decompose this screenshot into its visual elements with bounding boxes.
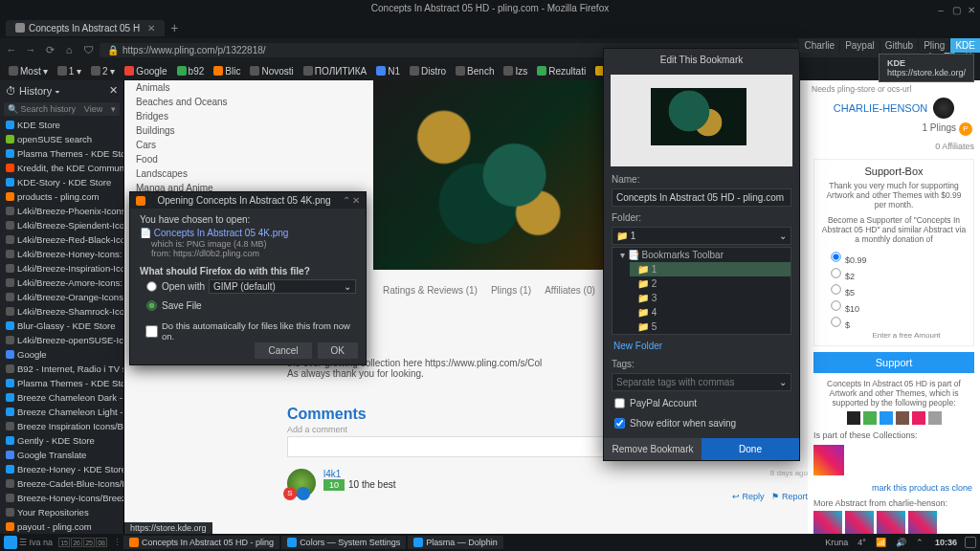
paypal-checkbox[interactable]: PayPal Account [604,393,799,413]
maximize-icon[interactable]: ▢ [951,2,961,11]
history-item[interactable]: Blur-Glassy - KDE Store [0,319,123,333]
bookmark-item[interactable]: Google [122,66,169,77]
taskbar-task[interactable]: Plasma — Dolphin [408,536,503,549]
history-item[interactable]: L4ki/Breeze-Inspiration-Icons [0,261,123,276]
history-item[interactable]: Your Repositories [0,505,123,519]
history-item[interactable]: Breeze-Honey-Icons/Breeze-H [0,491,123,505]
tree-item[interactable]: ▾ 📑 Bookmarks Toolbar [612,248,791,262]
supporter-icon[interactable] [880,411,893,425]
tray-volume-icon[interactable]: 🔊 [896,538,906,547]
clock[interactable]: 10:36 [935,538,957,547]
history-item[interactable]: Google [0,347,123,362]
app-select[interactable]: GIMP (default)⌄ [209,279,356,294]
history-item[interactable]: L4ki/Breeze-Spiendent-Icons: [0,218,123,232]
history-item[interactable]: Breeze-Cadet-Blue-Icons/Bree [0,476,123,491]
new-folder-link[interactable]: New Folder [604,337,799,355]
folder-select[interactable]: 📁 1⌄ [612,227,791,245]
bookmark-item[interactable]: Izs [501,66,530,77]
history-item[interactable]: Gently - KDE Store [0,433,123,448]
bookmark-item[interactable]: Novosti [247,66,296,77]
amount-option[interactable]: $ [820,315,968,331]
history-item[interactable]: KDE-Story - KDE Store [0,175,123,189]
history-item[interactable]: KDE Store [0,118,123,132]
bookmark-name-input[interactable]: Concepts In Abstract 05 HD - pling.com [612,188,791,207]
support-button[interactable]: Support [813,352,974,373]
mark-clone-link[interactable]: mark this product as clone [815,483,972,493]
forward-button[interactable]: → [23,42,38,57]
notifications-button[interactable] [965,537,976,548]
history-item[interactable]: L4ki/Breeze-Honey-Icons: Icon [0,247,123,261]
supporter-icon[interactable] [928,411,942,425]
history-item[interactable]: Breeze-Honey - KDE Store [0,462,123,476]
close-icon[interactable]: ✕ [352,195,360,206]
pinned-tab[interactable]: Charlie [799,38,839,53]
amount-option[interactable]: $10 [820,298,968,315]
bookmark-item[interactable]: 1 ▾ [55,66,84,77]
bookmark-item[interactable]: N1 [373,66,403,77]
tab-affiliates[interactable]: Affiliates (0) [545,285,595,296]
reply-link[interactable]: ↩ Reply [732,492,765,501]
pinned-tab[interactable]: Github [880,38,918,53]
history-item[interactable]: L4ki/Breeze-Amore-Icons: Icon [0,276,123,290]
bookmark-item[interactable]: Rezultati [534,66,589,77]
dialog-titlebar[interactable]: Opening Concepts In Abstract 05 4K.png ⌃… [130,192,366,209]
browser-tab[interactable]: Concepts In Abstract 05 H ✕ [6,20,165,36]
bookmark-item[interactable]: ПОЛИТИКА [301,66,369,77]
tree-item[interactable]: 📁 2 [630,276,791,291]
history-item[interactable]: Kreddit, the KDE Community o [0,161,123,175]
category-link[interactable]: Animals [134,80,258,95]
pinned-tab[interactable]: Pling [919,38,949,53]
history-item[interactable]: Plasma Themes - KDE Store [0,376,123,390]
history-item[interactable]: Google Translate [0,448,123,462]
comment-input[interactable] [287,436,651,457]
tab-ratings[interactable]: Ratings & Reviews (1) [383,285,478,296]
history-item[interactable]: B92 - Internet, Radio i TV stani [0,362,123,376]
remove-bookmark-button[interactable]: Remove Bookmark [604,438,702,460]
history-item[interactable]: Breeze Chameleon Light - KDE [0,405,123,419]
history-item[interactable]: Breeze Inspiration Icons/Bree [0,419,123,433]
new-tab-button[interactable]: + [170,20,178,35]
tags-input[interactable]: Separate tags with commas⌄ [612,373,791,391]
tray-weather[interactable]: 4° [858,538,866,547]
ok-button[interactable]: OK [318,342,358,359]
shield-icon[interactable]: 🛡 [80,42,96,57]
history-item[interactable]: Plasma Themes - KDE Store [0,146,123,161]
history-item[interactable]: payout - pling.com [0,519,123,534]
sidebar-close-icon[interactable]: ✕ [109,84,118,97]
tree-item[interactable]: 📁 5 [630,320,791,334]
bookmark-item[interactable]: b92 [174,66,208,77]
back-button[interactable]: ← [4,42,19,57]
history-item[interactable]: L4ki/Breeze-Orange-Icons: Ico [0,290,123,304]
tree-item[interactable]: 📁 3 [630,291,791,305]
history-search-input[interactable]: 🔍 Search history View ▾ [4,102,120,116]
cancel-button[interactable]: Cancel [255,342,311,359]
category-link[interactable]: Beaches and Oceans [134,95,258,109]
bookmark-item[interactable]: 2 ▾ [88,66,118,77]
amount-option[interactable]: $0.99 [820,250,968,266]
history-item[interactable]: L4ki/Breeze-Phoenix-Icons: Ic [0,204,123,218]
pling-icon[interactable]: P [959,122,972,136]
category-link[interactable]: Cars [134,138,258,152]
history-item[interactable]: Breeze Chameleon Dark - KDE [0,390,123,405]
supporter-icon[interactable] [863,411,877,425]
minimize-icon[interactable]: – [936,2,946,11]
bookmark-item[interactable]: Distro [407,66,449,77]
bookmark-item[interactable]: Most ▾ [6,66,51,77]
auto-checkbox[interactable]: Do this automatically for files like thi… [140,315,356,342]
pinned-tab-active[interactable]: KDE [950,38,980,53]
done-button[interactable]: Done [702,438,799,460]
show-editor-checkbox[interactable]: Show editor when saving [604,413,799,433]
save-file-radio[interactable]: Save File [140,297,356,315]
history-item[interactable]: products - pling.com [0,189,123,204]
history-item[interactable]: L4ki/Breeze-openSUSE-Icons: [0,333,123,347]
pager[interactable]: 1526 2508 [58,538,107,547]
tab-close-icon[interactable]: ✕ [147,23,155,33]
open-with-radio[interactable]: Open with GIMP (default)⌄ [140,276,356,297]
supporter-icon[interactable] [896,411,909,425]
home-button[interactable]: ⌂ [61,42,77,57]
category-link[interactable]: Landscapes [134,166,258,181]
category-link[interactable]: Buildings [134,123,258,138]
profile-link[interactable]: CHARLIE-HENSON [834,99,927,118]
collection-thumb[interactable] [813,445,844,475]
report-link[interactable]: ⚑ Report [771,492,808,501]
